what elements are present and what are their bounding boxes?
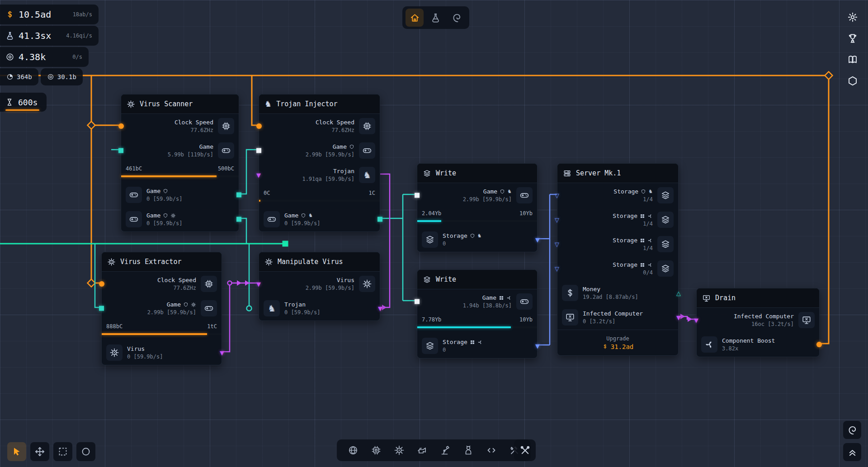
layers-icon xyxy=(657,187,674,203)
virus-icon xyxy=(106,344,123,361)
upgrade-button[interactable]: Upgrade 31.2ad xyxy=(557,330,678,355)
circle-icon xyxy=(80,446,91,457)
virus-category-button[interactable] xyxy=(393,444,406,457)
clock-input-port[interactable] xyxy=(256,123,262,129)
game-input-port[interactable] xyxy=(256,148,261,153)
row-label: Money xyxy=(583,286,600,292)
tools-button[interactable] xyxy=(514,439,536,461)
game-output-port-1[interactable] xyxy=(236,193,241,198)
virus-output-port[interactable] xyxy=(219,349,225,356)
storage-input-port-4[interactable] xyxy=(554,265,560,272)
fan-icon xyxy=(701,336,717,353)
node-header[interactable]: Write xyxy=(417,270,537,289)
node-header[interactable]: Virus Extractor xyxy=(102,252,222,272)
achievements-button[interactable] xyxy=(844,30,861,47)
game-canvas[interactable]: 10.5ad 18ab/s 41.3sx 4.16qi/s 4.38k 0/s … xyxy=(0,0,868,467)
flask-icon xyxy=(5,31,14,40)
gear-icon xyxy=(847,12,858,23)
layers-icon xyxy=(657,260,674,277)
teal-endpoint-ring xyxy=(247,306,252,311)
circle-select-tool-button[interactable] xyxy=(76,442,95,461)
game-input-port[interactable] xyxy=(415,299,420,304)
progress-max: 1C xyxy=(369,190,375,196)
gamepad-icon xyxy=(126,187,142,203)
storage-input-port-1[interactable] xyxy=(554,192,560,198)
node-write-1[interactable]: Write Game♞ 2.99b [59.9b/s] 2.04Yb10Yb S… xyxy=(417,163,538,252)
settings-button[interactable] xyxy=(844,9,861,26)
gamepad-icon xyxy=(126,211,142,227)
hexagon-button[interactable] xyxy=(844,72,861,90)
node-header[interactable]: Server Mk.1 xyxy=(557,164,678,183)
horse-icon: ♞ xyxy=(477,233,482,238)
node-manipulate-virus[interactable]: Manipulate Virus Virus 2.99b [59.9b/s] ♞… xyxy=(259,252,380,321)
horse-icon: ♞ xyxy=(308,213,313,218)
node-drain[interactable]: Drain Infected Computer 16oc [3.2t/s] Co… xyxy=(696,288,820,357)
infected-computer-input-row: Infected Computer 16oc [3.2t/s] xyxy=(697,308,819,332)
node-header[interactable]: Drain xyxy=(697,288,819,308)
code-category-button[interactable] xyxy=(485,444,498,457)
fan-icon xyxy=(647,262,653,268)
virus-icon xyxy=(191,302,196,307)
game-output-port[interactable] xyxy=(377,217,382,222)
game-output-port-2[interactable] xyxy=(236,217,241,222)
layers-icon xyxy=(422,338,438,354)
storage-input-port-3[interactable] xyxy=(554,241,560,247)
game-output-row-1: Game 0 [59.9b/s] xyxy=(121,183,239,207)
infected-input-port[interactable] xyxy=(693,317,699,323)
game-input-port[interactable] xyxy=(99,306,104,311)
node-server-mk1[interactable]: Server Mk.1 Storage♞ 1/4 Storage 1/4 Sto… xyxy=(557,163,679,356)
row-value: 0 [59.9b/s] xyxy=(284,309,375,316)
hardware-category-button[interactable] xyxy=(370,444,382,457)
robot-category-button[interactable] xyxy=(462,444,475,457)
boost-output-port[interactable] xyxy=(816,342,822,347)
node-virus-extractor[interactable]: Virus Extractor Clock Speed 77.6ZHz Game… xyxy=(101,252,222,365)
storage-input-port-2[interactable] xyxy=(554,217,560,223)
virus-icon xyxy=(359,276,375,292)
node-header[interactable]: Manipulate Virus xyxy=(259,252,380,272)
storage-output-row: Storage♞ 0 xyxy=(417,227,537,252)
node-title: Manipulate Virus xyxy=(278,258,343,266)
node-header[interactable]: Write xyxy=(417,164,537,183)
game-input-port[interactable] xyxy=(118,148,123,153)
node-header[interactable]: ♞ Trojan Injector xyxy=(259,94,380,114)
infected-computer-icon xyxy=(702,294,711,302)
trojan-input-port[interactable] xyxy=(255,172,262,178)
fan-icon xyxy=(647,238,653,243)
progress-current: 7.78Yb xyxy=(422,316,441,323)
spiral-icon xyxy=(452,13,462,23)
research-button[interactable] xyxy=(427,9,445,27)
grid-icon xyxy=(499,295,504,301)
home-button[interactable] xyxy=(406,9,424,27)
node-header[interactable]: Virus Scanner xyxy=(121,94,239,114)
node-virus-scanner[interactable]: Virus Scanner Clock Speed 77.6ZHz Game 5… xyxy=(121,94,239,232)
cursor-tool-button[interactable] xyxy=(7,442,26,461)
virus-input-port[interactable] xyxy=(255,281,262,287)
game-input-port[interactable] xyxy=(415,193,420,198)
row-value: 0 xyxy=(443,347,533,353)
storage-output-port[interactable] xyxy=(534,343,541,349)
cpu-icon xyxy=(359,118,375,134)
galaxy-button[interactable] xyxy=(448,9,466,27)
galaxy-shortcut-button[interactable] xyxy=(843,421,861,439)
row-value: 0 [59.9b/s] xyxy=(284,220,375,226)
storage-output-port[interactable] xyxy=(534,236,541,243)
money-output-port[interactable] xyxy=(675,290,682,296)
encyclopedia-button[interactable] xyxy=(844,51,861,68)
infected-computer-icon xyxy=(562,309,578,325)
node-trojan-injector[interactable]: ♞ Trojan Injector Clock Speed 77.6ZHz Ga… xyxy=(259,94,380,232)
trojan-output-port[interactable] xyxy=(377,305,383,311)
code-icon xyxy=(486,445,497,456)
box-select-tool-button[interactable] xyxy=(53,442,72,461)
cursor-icon xyxy=(11,446,22,457)
clock-input-port[interactable] xyxy=(99,281,104,287)
clock-input-port[interactable] xyxy=(118,123,124,129)
node-write-2[interactable]: Write Game 1.94b [38.8b/s] 7.78Yb10Yb St… xyxy=(417,269,538,359)
row-label: Infected Computer xyxy=(583,310,643,317)
factory-category-button[interactable] xyxy=(439,444,452,457)
shield-icon xyxy=(470,233,475,239)
collapse-button[interactable] xyxy=(843,443,861,461)
infected-output-port[interactable] xyxy=(675,314,682,321)
oil-category-button[interactable] xyxy=(416,444,429,457)
network-category-button[interactable] xyxy=(347,444,359,457)
move-tool-button[interactable] xyxy=(30,442,49,461)
